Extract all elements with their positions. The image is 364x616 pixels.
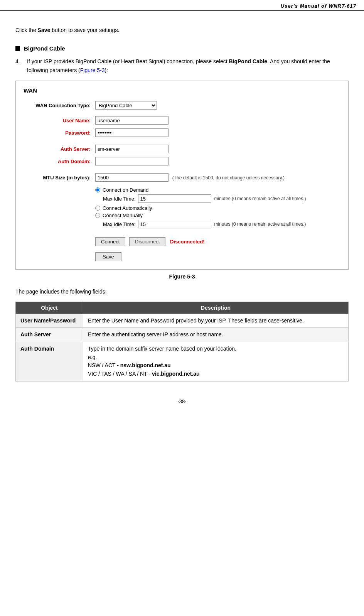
radio-demand-cell: Connect on Demand Max Idle Time: minutes… [93, 184, 340, 231]
connect-buttons-spacer [24, 235, 93, 248]
max-idle-note-1: minutes (0 means remain active at all ti… [214, 196, 306, 201]
connect-manually-label: Connect Manually [103, 213, 143, 218]
conn-type-select[interactable]: BigPond Cable Dynamic IP Static IP PPPoE… [95, 101, 157, 110]
radio-demand-row: Connect on Demand Max Idle Time: minutes… [24, 184, 340, 231]
header: User's Manual of WNRT-617 [0, 0, 364, 11]
connect-button[interactable]: Connect [95, 237, 125, 246]
description-text-2-line3: NSW / ACT - nsw.bigpond.net.au [88, 362, 171, 368]
connect-buttons-cell: Connect Disconnect Disconnected! [93, 235, 340, 248]
bullet-icon [15, 46, 20, 51]
connect-auto-radio[interactable] [95, 206, 100, 211]
section-heading-text: BigPond Cable [24, 45, 65, 52]
radio-demand-spacer [24, 184, 93, 231]
max-idle-label-2: Max Idle Time: [103, 221, 136, 227]
save-button[interactable]: Save [95, 252, 121, 261]
username-label: User Name: [24, 114, 93, 127]
table-row: Auth Domain Type in the domain suffix se… [16, 342, 349, 381]
item-text-1: If your ISP provides BigPond Cable (or H… [27, 58, 229, 64]
username-input[interactable] [95, 116, 169, 125]
connect-auto-label: Connect Automatically [103, 205, 152, 211]
connect-demand-radio[interactable] [95, 187, 100, 192]
auth-server-input[interactable] [95, 145, 169, 153]
connect-manually-radio[interactable] [95, 213, 100, 218]
max-idle-label-1: Max Idle Time: [103, 196, 136, 202]
table-header-row: Object Description [16, 302, 349, 314]
description-text-2-line1: Type in the domain suffix server name ba… [88, 346, 236, 352]
conn-type-row: WAN Connection Type: BigPond Cable Dynam… [24, 99, 340, 114]
connect-demand-label: Connect on Demand [103, 187, 148, 193]
auth-server-input-cell [93, 143, 340, 155]
password-label: Password: [24, 127, 93, 139]
intro-text-after: button to save your settings. [50, 27, 119, 33]
object-label-1: Auth Server [20, 331, 51, 338]
auth-domain-row: Auth Domain: [24, 155, 340, 167]
mtu-input[interactable] [95, 173, 169, 182]
username-row: User Name: [24, 114, 340, 127]
object-label-2: Auth Domain [20, 346, 54, 352]
page-text: The page includes the following fields: [15, 287, 349, 296]
nsw-domain: nsw.bigpond.net.au [120, 362, 171, 368]
description-table: Object Description User Name/Password En… [15, 302, 349, 381]
conn-type-label: WAN Connection Type: [24, 99, 93, 114]
auth-domain-label: Auth Domain: [24, 155, 93, 167]
mtu-input-cell: (The default is 1500, do not change unle… [93, 171, 340, 184]
status-disconnected: Disconnected! [170, 239, 205, 245]
intro-save-bold: Save [38, 27, 51, 33]
table-row: User Name/Password Enter the User Name a… [16, 314, 349, 328]
object-cell-0: User Name/Password [16, 314, 83, 328]
description-cell-1: Enter the authenticating server IP addre… [83, 328, 349, 342]
numbered-item-4: 4. If your ISP provides BigPond Cable (o… [15, 57, 349, 74]
footer: -38- [0, 398, 364, 408]
auth-server-label: Auth Server: [24, 143, 93, 155]
col-object-header: Object [16, 302, 83, 314]
conn-type-value-cell: BigPond Cable Dynamic IP Static IP PPPoE… [93, 99, 340, 114]
max-idle-input-1[interactable] [138, 194, 211, 203]
item-text-3: ): [105, 67, 108, 73]
object-label-0: User Name/Password [20, 317, 76, 324]
figure-link-text: Figure 5-3 [80, 67, 105, 73]
item-text: If your ISP provides BigPond Cable (or H… [27, 57, 349, 74]
wan-title: WAN [24, 87, 340, 94]
bigpond-bold: BigPond Cable [229, 58, 267, 64]
vic-domain: vic.bigpond.net.au [152, 371, 200, 377]
spacer-row-2 [24, 167, 340, 171]
max-idle-note-2: minutes (0 means remain active at all ti… [214, 221, 306, 227]
description-text-2-line4: VIC / TAS / WA / SA / NT - vic.bigpond.n… [88, 371, 200, 377]
wan-box: WAN WAN Connection Type: BigPond Cable D… [15, 81, 349, 270]
header-title: User's Manual of WNRT-617 [281, 3, 356, 9]
max-idle-input-2[interactable] [138, 220, 211, 228]
description-text-1: Enter the authenticating server IP addre… [88, 331, 223, 338]
description-text-2-line2: e.g. [88, 354, 97, 360]
object-cell-1: Auth Server [16, 328, 83, 342]
wan-form-table: WAN Connection Type: BigPond Cable Dynam… [24, 99, 340, 263]
password-input-cell [93, 127, 340, 139]
save-row: Save [24, 248, 340, 263]
disconnect-button[interactable]: Disconnect [129, 237, 165, 246]
password-input[interactable] [95, 128, 169, 137]
password-row: Password: [24, 127, 340, 139]
max-idle-manual-row: Max Idle Time: minutes (0 means remain a… [95, 220, 338, 228]
spacer-row-1 [24, 139, 340, 143]
description-cell-0: Enter the User Name and Password provide… [83, 314, 349, 328]
spacer-row-3 [24, 231, 340, 235]
username-input-cell [93, 114, 340, 127]
auth-server-row: Auth Server: [24, 143, 340, 155]
save-cell: Save [93, 248, 340, 263]
object-cell-2: Auth Domain [16, 342, 83, 381]
description-text-0: Enter the User Name and Password provide… [88, 317, 304, 324]
figure-link[interactable]: Figure 5-3 [80, 67, 105, 73]
page-number: -38- [177, 398, 186, 404]
connect-manually-option: Connect Manually [95, 213, 338, 218]
table-row: Auth Server Enter the authenticating ser… [16, 328, 349, 342]
mtu-note: (The default is 1500, do not change unle… [172, 175, 285, 181]
description-cell-2: Type in the domain suffix server name ba… [83, 342, 349, 381]
intro-paragraph: Click the Save button to save your setti… [15, 26, 349, 34]
connect-demand-option: Connect on Demand [95, 187, 338, 193]
mtu-label: MTU Size (in bytes): [24, 171, 93, 184]
auth-domain-input[interactable] [95, 157, 169, 165]
intro-text-before: Click the [15, 27, 38, 33]
max-idle-demand-row: Max Idle Time: minutes (0 means remain a… [95, 194, 338, 203]
figure-caption: Figure 5-3 [15, 273, 349, 280]
section-heading-bigpond: BigPond Cable [15, 45, 349, 52]
save-spacer [24, 248, 93, 263]
